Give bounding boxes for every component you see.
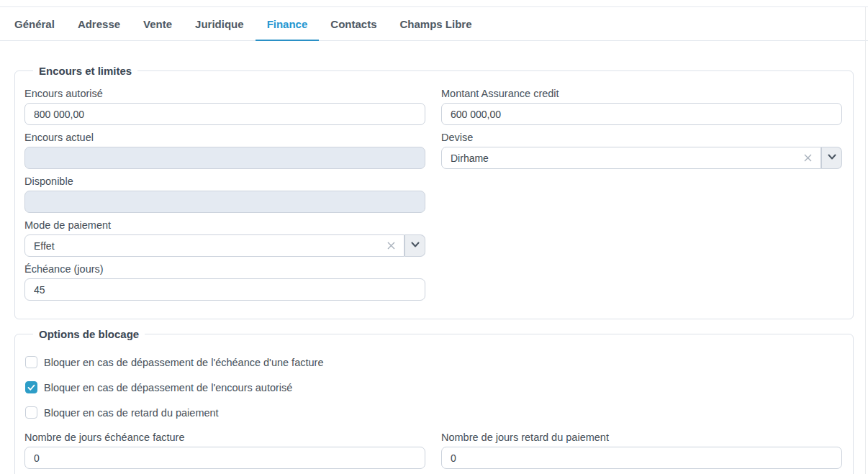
tab-finance[interactable]: Finance	[256, 7, 320, 40]
field-devise: Devise	[441, 132, 842, 169]
top-divider	[0, 0, 868, 7]
field-label: Mode de paiement	[24, 219, 425, 231]
chevron-down-icon	[826, 151, 838, 165]
checkbox-label: Bloquer en cas de retard du paiement	[44, 407, 219, 419]
devise-dropdown-button[interactable]	[821, 147, 842, 169]
checkbox[interactable]	[25, 356, 37, 368]
clear-icon[interactable]	[803, 147, 813, 169]
section-legend: Options de blocage	[33, 328, 145, 340]
clear-icon[interactable]	[386, 234, 397, 257]
checkbox-row-depassement-echeance: Bloquer en cas de dépassement de l'échéa…	[24, 356, 842, 368]
checkbox-row-depassement-encours: Bloquer en cas de dépassement de l'encou…	[24, 381, 842, 393]
checkbox-label: Bloquer en cas de dépassement de l'encou…	[44, 382, 292, 393]
echeance-jours-input[interactable]	[24, 278, 425, 301]
disponible-input	[24, 191, 425, 213]
field-echeance-jours: Échéance (jours)	[24, 263, 425, 301]
tab-vente[interactable]: Vente	[132, 7, 184, 40]
tab-champs-libre[interactable]: Champs Libre	[389, 7, 484, 40]
section-options-de-blocage: Options de blocage Bloquer en cas de dép…	[14, 328, 854, 474]
field-mode-paiement: Mode de paiement	[24, 219, 425, 257]
field-montant-assurance: Montant Assurance credit	[441, 88, 842, 125]
field-label: Montant Assurance credit	[441, 88, 842, 99]
field-label: Nombre de jours retard du paiement	[441, 432, 842, 443]
checkbox[interactable]	[25, 381, 37, 393]
tab-juridique[interactable]: Juridique	[184, 7, 256, 40]
jours-echeance-facture-input[interactable]	[24, 447, 425, 469]
mode-paiement-combobox	[24, 234, 425, 257]
field-label: Encours autorisé	[24, 88, 425, 99]
field-label: Encours actuel	[24, 132, 425, 143]
field-jours-retard-paiement: Nombre de jours retard du paiement	[441, 432, 842, 469]
tab-content: Encours et limites Encours autorisé Enco…	[0, 65, 868, 474]
checkbox-row-retard-paiement: Bloquer en cas de retard du paiement	[24, 406, 842, 419]
field-encours-actuel: Encours actuel	[24, 132, 425, 169]
field-label: Disponible	[24, 176, 425, 187]
field-label: Nombre de jours échéance facture	[24, 432, 425, 443]
section-encours-et-limites: Encours et limites Encours autorisé Enco…	[14, 65, 854, 319]
devise-input[interactable]	[441, 147, 821, 169]
field-label: Échéance (jours)	[24, 263, 425, 275]
encours-actuel-input	[24, 147, 425, 169]
tab-bar: Général Adresse Vente Juridique Finance …	[0, 7, 868, 41]
mode-paiement-dropdown-button[interactable]	[404, 234, 425, 257]
section-legend: Encours et limites	[33, 65, 137, 77]
tab-general[interactable]: Général	[3, 7, 66, 40]
checkbox[interactable]	[25, 406, 37, 419]
checkbox-label: Bloquer en cas de dépassement de l'échéa…	[44, 357, 323, 368]
field-label: Devise	[441, 132, 842, 143]
tab-contacts[interactable]: Contacts	[319, 7, 388, 40]
field-jours-echeance-facture: Nombre de jours échéance facture	[24, 432, 425, 469]
finance-form-page: Général Adresse Vente Juridique Finance …	[0, 0, 868, 474]
field-encours-autorise: Encours autorisé	[24, 88, 425, 125]
chevron-down-icon	[410, 239, 421, 252]
tab-adresse[interactable]: Adresse	[66, 7, 132, 40]
jours-retard-paiement-input[interactable]	[441, 447, 842, 469]
encours-autorise-input[interactable]	[24, 103, 425, 125]
mode-paiement-input[interactable]	[24, 234, 404, 257]
field-disponible: Disponible	[24, 176, 425, 213]
devise-combobox	[441, 147, 842, 169]
right-edge-line	[865, 7, 866, 474]
montant-assurance-input[interactable]	[441, 103, 842, 125]
